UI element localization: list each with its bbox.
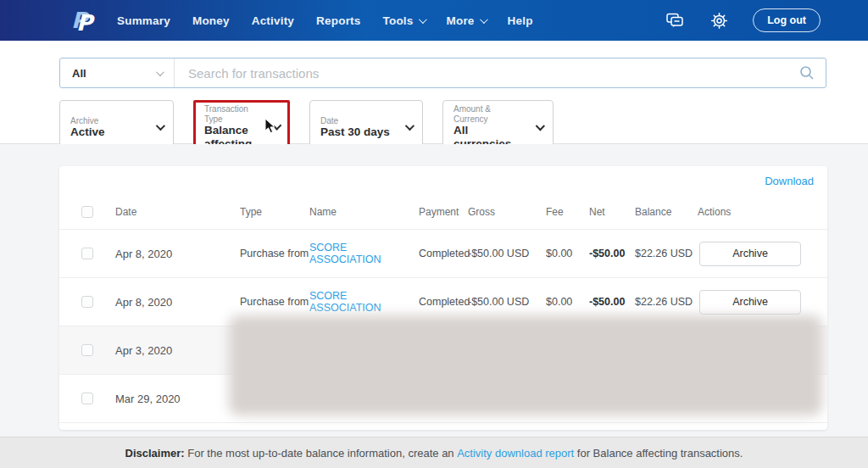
cell-payment-status: Completed <box>419 296 468 308</box>
activity-download-report-link[interactable]: Activity download report <box>457 447 574 460</box>
row-checkbox[interactable] <box>81 393 93 404</box>
filter-value: Past 30 days <box>320 125 390 139</box>
disclaimer-text-after: for Balance affecting transactions. <box>574 447 743 460</box>
table-row: Apr 8, 2020 Purchase from SCORE ASSOCIAT… <box>59 229 827 277</box>
search-scope-dropdown[interactable]: All <box>60 58 175 87</box>
filter-archive-text: Archive Active <box>70 116 105 139</box>
column-header-payment: Payment <box>419 206 468 218</box>
download-link[interactable]: Download <box>765 175 814 187</box>
search-scope-value: All <box>72 67 86 80</box>
chevron-down-icon <box>480 15 488 24</box>
column-header-gross: Gross <box>468 206 546 218</box>
nav-item-reports[interactable]: Reports <box>316 14 360 27</box>
cell-gross: -$50.00 USD <box>468 296 546 308</box>
paypal-logo-icon: P P <box>71 7 97 34</box>
top-navigation: P P Summary Money Activity Reports Tools… <box>0 0 868 41</box>
svg-text:P: P <box>76 10 95 34</box>
filter-value: Active <box>70 125 105 139</box>
column-header-balance: Balance <box>635 206 698 218</box>
filter-label: Date <box>320 116 390 126</box>
table-header-row: Date Type Name Payment Gross Fee Net Bal… <box>59 195 827 229</box>
select-all-checkbox[interactable] <box>81 206 93 218</box>
chevron-down-icon <box>536 121 545 131</box>
disclaimer-text-before: For the most up-to-date balance informat… <box>185 447 458 460</box>
search-icon <box>798 64 815 81</box>
cell-name-link[interactable]: SCORE ASSOCIATION <box>309 290 419 314</box>
cell-net: -$50.00 <box>589 296 635 308</box>
search-input[interactable] <box>175 66 788 81</box>
chevron-down-icon <box>405 121 415 131</box>
search-button[interactable] <box>788 64 826 81</box>
filter-amount-currency-text: Amount & Currency All currencies <box>453 104 524 150</box>
table-row: Apr 8, 2020 Purchase from SCORE ASSOCIAT… <box>59 277 827 326</box>
column-header-fee: Fee <box>546 206 589 218</box>
nav-item-help[interactable]: Help <box>508 14 533 27</box>
cell-date: Apr 3, 2020 <box>115 344 240 357</box>
cell-gross: -$50.00 USD <box>468 248 546 259</box>
search-filter-band: All Archive Active Transaction Type Bala… <box>0 41 868 144</box>
paypal-logo[interactable]: P P <box>71 7 97 34</box>
row-checkbox[interactable] <box>81 344 93 356</box>
column-header-type: Type <box>240 206 309 218</box>
column-header-actions: Actions <box>698 206 827 218</box>
nav-item-activity[interactable]: Activity <box>252 14 294 27</box>
disclaimer-label: Disclaimer: <box>125 447 185 460</box>
cell-payment-status: Completed <box>419 248 468 259</box>
download-row: Download <box>59 166 827 195</box>
chevron-down-icon <box>156 121 165 131</box>
table-bottom-divider <box>59 422 827 423</box>
cell-net: -$50.00 <box>589 248 635 259</box>
table-row: Apr 3, 2020 <box>59 326 827 374</box>
filter-label: Transaction Type <box>204 104 262 124</box>
nav-item-more-label: More <box>447 14 475 27</box>
column-header-name: Name <box>309 206 419 218</box>
chevron-down-icon <box>274 122 282 131</box>
nav-items: Summary Money Activity Reports Tools Mor… <box>117 14 533 27</box>
cell-date: Apr 8, 2020 <box>115 248 240 260</box>
cell-type: Purchase from <box>240 296 309 308</box>
cell-date: Apr 8, 2020 <box>115 296 240 309</box>
content-area: Download Date Type Name Payment Gross Fe… <box>0 144 868 437</box>
cell-name-link[interactable]: SCORE ASSOCIATION <box>309 242 419 265</box>
nav-item-tools-label: Tools <box>383 14 414 27</box>
transaction-search-bar: All <box>59 58 826 88</box>
chevron-down-icon <box>156 68 164 76</box>
nav-item-more[interactable]: More <box>447 14 486 27</box>
cell-type: Purchase from <box>240 248 309 259</box>
archive-button[interactable]: Archive <box>699 290 801 315</box>
cell-balance: $22.26 USD <box>635 296 698 308</box>
table-row: Mar 29, 2020 <box>59 374 827 422</box>
nav-item-tools[interactable]: Tools <box>383 14 425 27</box>
cell-date: Mar 29, 2020 <box>115 393 240 405</box>
cell-balance: $22.26 USD <box>635 248 698 259</box>
cell-fee: $0.00 <box>546 248 589 259</box>
filter-label: Amount & Currency <box>453 104 524 124</box>
row-checkbox[interactable] <box>81 296 93 308</box>
cell-fee: $0.00 <box>546 296 589 308</box>
nav-item-money[interactable]: Money <box>192 14 230 27</box>
messages-icon[interactable] <box>665 10 685 31</box>
filter-transaction-type-text: Transaction Type Balance affecting <box>204 104 262 150</box>
chevron-down-icon <box>418 15 426 24</box>
filter-label: Archive <box>70 116 105 126</box>
footer-disclaimer: Disclaimer: For the most up-to-date bala… <box>0 437 868 468</box>
filter-date-text: Date Past 30 days <box>320 116 390 139</box>
archive-button[interactable]: Archive <box>699 242 801 266</box>
nav-item-summary[interactable]: Summary <box>117 14 170 27</box>
row-checkbox[interactable] <box>81 248 93 259</box>
column-header-net: Net <box>589 206 635 218</box>
logout-button[interactable]: Log out <box>753 8 821 32</box>
column-header-date: Date <box>115 206 240 218</box>
nav-right-controls: Log out <box>665 0 821 41</box>
transactions-card: Download Date Type Name Payment Gross Fe… <box>59 166 827 430</box>
settings-gear-icon[interactable] <box>709 10 729 31</box>
